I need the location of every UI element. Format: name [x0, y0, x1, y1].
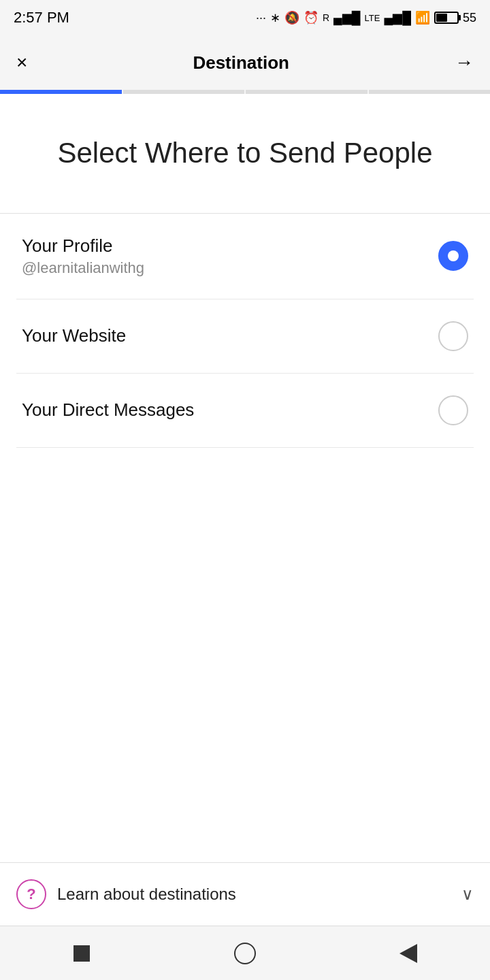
- option-your-website-label: Your Website: [22, 325, 126, 346]
- radio-inner-profile: [448, 250, 459, 261]
- signal-r-icon: R: [323, 12, 329, 23]
- radio-your-profile[interactable]: [438, 241, 468, 271]
- battery-percent: 55: [463, 11, 476, 25]
- option-your-profile[interactable]: Your Profile @learnitalianwithg: [16, 214, 474, 299]
- option-your-website-info: Your Website: [22, 325, 126, 346]
- option-your-profile-subtitle: @learnitalianwithg: [22, 259, 144, 277]
- signal-bars-icon: ▄▆█: [333, 10, 361, 25]
- options-section: Your Profile @learnitalianwithg Your Web…: [0, 214, 490, 862]
- bluetooth-icon: ∗: [270, 10, 280, 25]
- footer-learn-left: ? Learn about destinations: [16, 879, 236, 909]
- nav-back-button[interactable]: [388, 937, 429, 970]
- option-your-profile-info: Your Profile @learnitalianwithg: [22, 235, 144, 277]
- back-icon: [399, 944, 417, 963]
- square-icon: [74, 945, 90, 962]
- footer-learn[interactable]: ? Learn about destinations ∨: [0, 862, 490, 926]
- signal-bars-lte-icon: ▄▆█: [384, 10, 411, 25]
- bottom-nav: [0, 926, 490, 980]
- option-direct-messages[interactable]: Your Direct Messages: [16, 374, 474, 448]
- page-title-section: Select Where to Send People: [0, 94, 490, 214]
- option-your-profile-label: Your Profile: [22, 235, 144, 257]
- section-title: Select Where to Send People: [27, 135, 463, 172]
- learn-text: Learn about destinations: [57, 885, 236, 904]
- header: × Destination →: [0, 35, 490, 90]
- status-time: 2:57 PM: [14, 9, 69, 27]
- option-direct-messages-label: Your Direct Messages: [22, 399, 194, 421]
- circle-icon: [234, 943, 256, 964]
- mute-icon: 🔕: [284, 10, 299, 25]
- page-title: Destination: [193, 52, 289, 74]
- dots-icon: ···: [256, 11, 266, 25]
- close-button[interactable]: ×: [16, 53, 27, 72]
- battery-icon: [434, 12, 459, 24]
- option-direct-messages-info: Your Direct Messages: [22, 399, 194, 421]
- next-button[interactable]: →: [455, 52, 474, 74]
- battery-fill: [436, 14, 448, 22]
- radio-your-website[interactable]: [438, 321, 468, 351]
- status-bar: 2:57 PM ··· ∗ 🔕 ⏰ R ▄▆█ LTE ▄▆█ 📶 55: [0, 0, 490, 35]
- status-icons: ··· ∗ 🔕 ⏰ R ▄▆█ LTE ▄▆█ 📶 55: [256, 10, 476, 25]
- alarm-icon: ⏰: [304, 10, 318, 25]
- option-your-website[interactable]: Your Website: [16, 299, 474, 374]
- lte-icon: LTE: [365, 13, 380, 23]
- nav-home-button[interactable]: [225, 937, 265, 970]
- chevron-down-icon: ∨: [461, 885, 474, 904]
- question-icon: ?: [16, 879, 46, 909]
- nav-square-button[interactable]: [61, 937, 102, 970]
- wifi-icon: 📶: [415, 10, 430, 25]
- radio-direct-messages[interactable]: [438, 395, 468, 425]
